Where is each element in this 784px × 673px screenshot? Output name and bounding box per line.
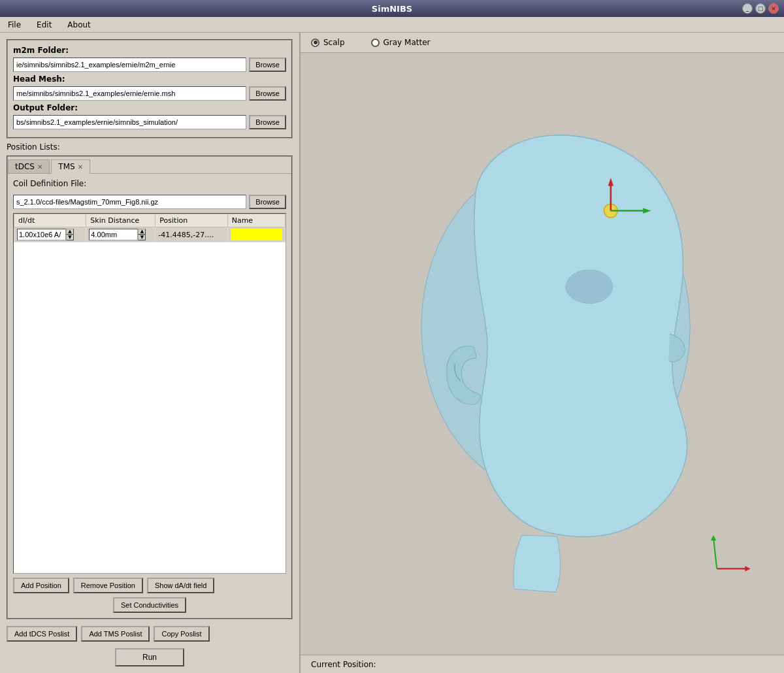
coil-browse-button[interactable]: Browse <box>249 195 286 209</box>
menu-edit[interactable]: Edit <box>34 20 54 30</box>
scalp-label: Scalp <box>323 38 345 47</box>
skin-spin-down[interactable]: ▼ <box>138 235 146 240</box>
skin-spin-buttons: ▲ ▼ <box>138 229 146 240</box>
m2m-folder-label: m2m Folder: <box>13 46 69 55</box>
head-mesh-browse-button[interactable]: Browse <box>249 86 286 101</box>
app-title: SimNIBS <box>372 4 412 14</box>
menubar: File Edit About <box>0 17 784 33</box>
cell-dldt: ▲ ▼ <box>14 227 86 242</box>
scalp-option[interactable]: Scalp <box>311 38 345 47</box>
current-position-bar: Current Position: <box>301 655 784 673</box>
head-mesh-label: Head Mesh: <box>13 74 65 84</box>
tab-tdcs-label: tDCS <box>15 162 35 171</box>
output-folder-input[interactable] <box>13 115 246 129</box>
dldt-spin-up[interactable]: ▲ <box>66 229 74 235</box>
tab-tms-label: TMS <box>58 162 74 171</box>
menu-about[interactable]: About <box>65 20 93 30</box>
cell-position: -41.4485,-27.... <box>155 227 227 242</box>
tab-tms[interactable]: TMS ✕ <box>51 159 90 174</box>
svg-point-2 <box>566 270 613 303</box>
m2m-folder-input[interactable] <box>13 57 246 72</box>
head-mesh-input[interactable] <box>13 86 246 101</box>
coil-input-row: Browse <box>13 195 286 209</box>
scalp-radio-dot <box>314 41 318 44</box>
position-lists-label: Position Lists: <box>7 142 293 152</box>
add-tdcs-poslist-button[interactable]: Add tDCS Poslist <box>7 626 77 642</box>
right-panel: Scalp Gray Matter <box>301 33 784 673</box>
close-button[interactable]: × <box>768 3 779 14</box>
form-section: m2m Folder: Browse Head Mesh: Browse Out… <box>7 39 293 139</box>
show-dadt-button[interactable]: Show dA/dt field <box>147 578 215 593</box>
table-row[interactable]: ▲ ▼ ▲ <box>14 227 286 242</box>
gray-matter-radio[interactable] <box>371 39 380 47</box>
left-panel: m2m Folder: Browse Head Mesh: Browse Out… <box>0 33 301 673</box>
output-folder-label: Output Folder: <box>13 103 78 112</box>
run-button[interactable]: Run <box>115 648 184 666</box>
coil-input[interactable] <box>13 195 246 209</box>
action-buttons-row1: Add Position Remove Position Show dA/dt … <box>13 578 286 593</box>
coil-definition-label: Coil Definition File: <box>13 179 86 188</box>
cell-skin: ▲ ▼ <box>86 227 155 242</box>
m2m-folder-input-row: Browse <box>13 57 286 72</box>
m2m-browse-button[interactable]: Browse <box>249 57 286 72</box>
col-skin: Skin Distance <box>86 214 155 227</box>
add-position-button[interactable]: Add Position <box>13 578 69 593</box>
col-name: Name <box>227 214 285 227</box>
run-button-row: Run <box>7 648 293 666</box>
coil-label-row: Coil Definition File: <box>13 179 286 188</box>
tab-container: tDCS ✕ TMS ✕ Coil Definition File: Brows… <box>7 156 293 619</box>
skin-spin-up[interactable]: ▲ <box>138 229 146 235</box>
head-3d-view <box>301 53 784 655</box>
positions-table: dI/dt Skin Distance Position Name <box>14 214 286 242</box>
tab-tdcs-close[interactable]: ✕ <box>37 163 42 171</box>
head-mesh-row: Head Mesh: <box>13 74 286 84</box>
col-dldt: dI/dt <box>14 214 86 227</box>
output-folder-input-row: Browse <box>13 115 286 129</box>
gray-matter-option[interactable]: Gray Matter <box>371 38 431 47</box>
dldt-spin-down[interactable]: ▼ <box>66 235 74 240</box>
maximize-button[interactable]: □ <box>755 3 766 14</box>
head-mesh-input-row: Browse <box>13 86 286 101</box>
viewport[interactable] <box>301 53 784 655</box>
data-table-container[interactable]: dI/dt Skin Distance Position Name <box>13 213 286 574</box>
output-browse-button[interactable]: Browse <box>249 115 286 129</box>
poslist-buttons: Add tDCS Poslist Add TMS Poslist Copy Po… <box>7 626 293 642</box>
col-position: Position <box>155 214 227 227</box>
tab-tdcs[interactable]: tDCS ✕ <box>8 159 50 173</box>
view-options: Scalp Gray Matter <box>301 33 784 53</box>
tab-bar: tDCS ✕ TMS ✕ <box>8 157 291 174</box>
remove-position-button[interactable]: Remove Position <box>73 578 143 593</box>
action-buttons-row2: Set Conductivities <box>13 597 286 613</box>
add-tms-poslist-button[interactable]: Add TMS Poslist <box>81 626 150 642</box>
output-folder-row: Output Folder: <box>13 103 286 112</box>
name-cell-input[interactable] <box>231 229 282 240</box>
main-container: m2m Folder: Browse Head Mesh: Browse Out… <box>0 33 784 673</box>
titlebar: SimNIBS _ □ × <box>0 0 784 17</box>
titlebar-controls: _ □ × <box>742 3 779 14</box>
tab-content: Coil Definition File: Browse dI/dt Skin … <box>8 174 291 618</box>
tab-tms-close[interactable]: ✕ <box>78 163 83 171</box>
m2m-folder-row: m2m Folder: <box>13 46 286 55</box>
cell-name[interactable] <box>227 227 285 242</box>
menu-file[interactable]: File <box>5 20 24 30</box>
current-position-label: Current Position: <box>311 660 376 669</box>
skin-input[interactable] <box>89 229 138 240</box>
dldt-spin-buttons: ▲ ▼ <box>66 229 74 240</box>
scalp-radio[interactable] <box>311 39 319 47</box>
dldt-input[interactable] <box>17 229 66 240</box>
gray-matter-label: Gray Matter <box>384 38 431 47</box>
table-header-row: dI/dt Skin Distance Position Name <box>14 214 286 227</box>
set-conductivities-button[interactable]: Set Conductivities <box>113 597 186 613</box>
skin-spinner[interactable]: ▲ ▼ <box>89 229 152 240</box>
dldt-spinner[interactable]: ▲ ▼ <box>17 229 83 240</box>
minimize-button[interactable]: _ <box>742 3 753 14</box>
copy-poslist-button[interactable]: Copy Poslist <box>154 626 209 642</box>
